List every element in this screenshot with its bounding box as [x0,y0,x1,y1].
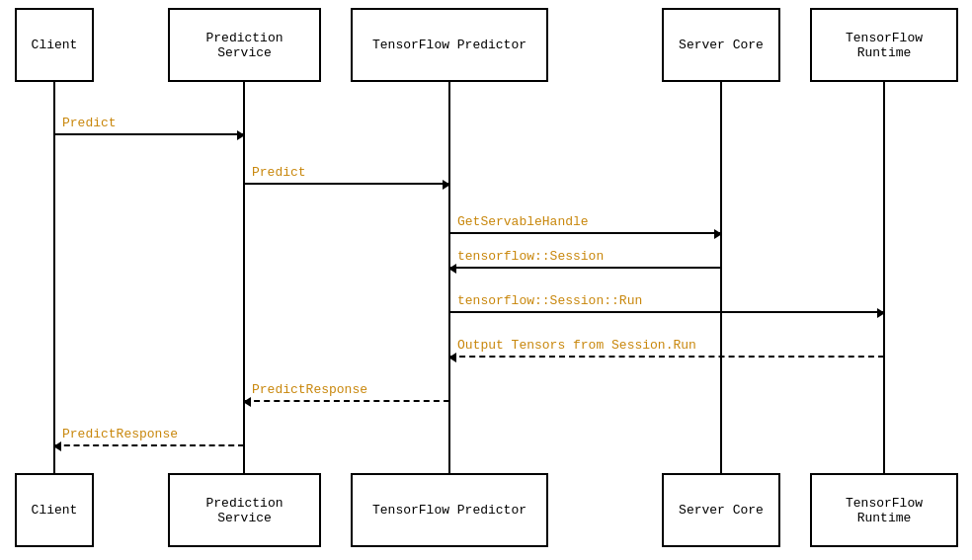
label-get-servable: GetServableHandle [457,214,589,229]
arrow-predict-response1 [244,400,449,402]
arrow-predict-response2 [54,444,244,446]
label-predict-response1: PredictResponse [252,382,367,397]
lifeline-tensorflow-predictor [448,82,450,473]
arrow-get-servable [449,232,721,234]
actor-bottom-prediction-service-bottom: Prediction Service [168,473,321,547]
label-predict-response2: PredictResponse [62,427,178,441]
label-tensorflow-session: tensorflow::Session [457,249,604,264]
arrow-predict1 [54,133,244,135]
actor-bottom-server-core-bottom: Server Core [662,473,780,547]
actor-client: Client [15,8,94,82]
arrow-output-tensors [449,356,884,358]
arrow-tensorflow-session [449,267,721,269]
actor-bottom-tensorflow-predictor-bottom: TensorFlow Predictor [351,473,548,547]
sequence-diagram: ClientPrediction ServiceTensorFlow Predi… [0,0,972,560]
label-predict1: Predict [62,116,117,130]
actor-tensorflow-runtime: TensorFlow Runtime [810,8,958,82]
actor-bottom-tensorflow-runtime-bottom: TensorFlow Runtime [810,473,958,547]
actor-bottom-client-bottom: Client [15,473,94,547]
actor-tensorflow-predictor: TensorFlow Predictor [351,8,548,82]
label-tensorflow-session-run: tensorflow::Session::Run [457,293,642,308]
lifeline-client [53,82,55,473]
arrow-predict2 [244,183,449,185]
actor-prediction-service: Prediction Service [168,8,321,82]
arrow-tensorflow-session-run [449,311,884,313]
lifeline-prediction-service [243,82,245,473]
label-output-tensors: Output Tensors from Session.Run [457,338,696,353]
lifeline-server-core [720,82,722,473]
lifeline-tensorflow-runtime [883,82,885,473]
label-predict2: Predict [252,165,306,180]
actor-server-core: Server Core [662,8,780,82]
